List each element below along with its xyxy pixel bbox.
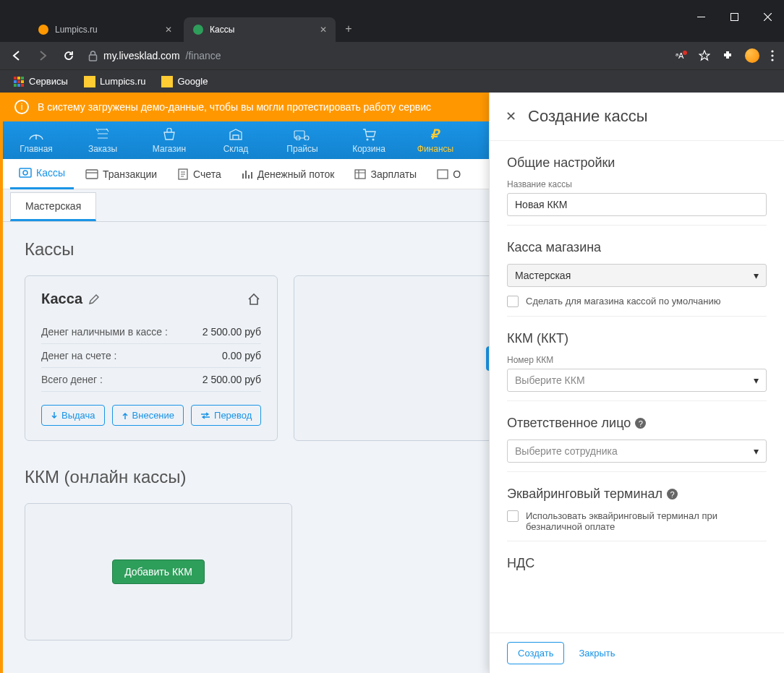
subnav-trans[interactable]: Транзакции <box>77 159 166 189</box>
acquiring-checkbox[interactable] <box>507 510 519 522</box>
account-row: Денег на счете :0.00 руб <box>41 344 261 368</box>
svg-rect-32 <box>438 170 448 179</box>
add-kkm-button[interactable]: Добавить ККМ <box>112 560 205 584</box>
window-controls <box>684 0 784 33</box>
svg-rect-17 <box>17 84 20 87</box>
nav-prices[interactable]: Прайсы <box>269 121 336 159</box>
svg-rect-16 <box>14 84 17 87</box>
bookmark-label: Сервисы <box>29 76 68 87</box>
banner-text: В систему загружены демо-данные, чтобы в… <box>38 101 431 113</box>
back-button[interactable] <box>10 49 23 62</box>
subnav-label: Денежный поток <box>257 168 335 180</box>
svg-point-8 <box>771 54 773 56</box>
panel-title: Создание кассы <box>528 107 648 126</box>
reload-button[interactable] <box>62 49 75 62</box>
bookmarks-bar: Сервисы Lumpics.ru Google <box>0 69 784 93</box>
total-row: Всего денег :2 500.00 руб <box>41 368 261 392</box>
svg-rect-19 <box>84 76 95 87</box>
new-tab-button[interactable]: + <box>338 19 359 39</box>
close-window-button[interactable] <box>751 0 784 33</box>
profile-avatar[interactable] <box>745 48 759 63</box>
svg-point-22 <box>304 136 309 140</box>
row-value: 2 500.00 руб <box>203 326 261 338</box>
tab-title: Кассы <box>210 25 234 35</box>
tab-lumpics[interactable]: Lumpics.ru ✕ <box>29 17 181 42</box>
select-placeholder: Выберите ККМ <box>515 374 585 386</box>
help-icon[interactable]: ? <box>667 489 678 500</box>
create-button[interactable]: Создать <box>507 642 564 664</box>
kkm-select[interactable]: Выберите ККМ▾ <box>507 369 767 392</box>
address-bar: my.livesklad.com/finance ᵃA <box>0 42 784 69</box>
edit-icon[interactable] <box>88 293 100 305</box>
subnav-label: Зарплаты <box>370 168 417 180</box>
shop-select[interactable]: Мастерская▾ <box>507 264 767 287</box>
svg-rect-29 <box>86 170 98 179</box>
bookmark-lumpics[interactable]: Lumpics.ru <box>84 76 146 87</box>
responsible-select[interactable]: Выберите сотрудника▾ <box>507 440 767 463</box>
shop-tab-workshop[interactable]: Мастерская <box>10 192 96 221</box>
tab-title: Lumpics.ru <box>55 25 98 35</box>
group-title: Эквайринговый терминал ? <box>507 486 767 502</box>
nav-label: Склад <box>223 144 249 154</box>
create-kassa-panel: ✕ Создание кассы Общие настройки Названи… <box>489 93 784 673</box>
svg-point-9 <box>771 59 773 61</box>
close-panel-button[interactable]: ✕ <box>506 108 516 124</box>
tab-kassy[interactable]: Кассы ✕ <box>184 17 336 42</box>
extensions-icon[interactable] <box>722 50 733 61</box>
bookmark-google[interactable]: Google <box>161 76 208 87</box>
name-label: Название кассы <box>507 179 767 189</box>
nav-home[interactable]: Главная <box>3 121 69 159</box>
nav-label: Прайсы <box>286 144 318 154</box>
subnav-accounts[interactable]: Счета <box>169 159 230 189</box>
deposit-button[interactable]: Внесение <box>112 405 184 426</box>
url-field[interactable]: my.livesklad.com/finance <box>88 50 662 61</box>
nav-store[interactable]: Магазин <box>136 121 203 159</box>
subnav-label: О <box>453 168 461 180</box>
select-placeholder: Выберите сотрудника <box>515 445 618 457</box>
minimize-button[interactable] <box>684 0 717 33</box>
subnav-other[interactable]: О <box>428 159 469 189</box>
menu-icon[interactable] <box>771 50 774 61</box>
home-icon <box>247 292 261 307</box>
kkm-group: ККМ (ККТ) Номер ККМ Выберите ККМ▾ <box>507 317 767 401</box>
svg-rect-20 <box>161 76 173 87</box>
nav-orders[interactable]: Заказы <box>69 121 136 159</box>
close-link[interactable]: Закрыть <box>579 648 615 659</box>
subnav-cashflow[interactable]: Денежный поток <box>233 159 344 189</box>
nav-cart[interactable]: Корзина <box>336 121 402 159</box>
nds-group: НДС <box>507 541 767 588</box>
bookmark-apps[interactable]: Сервисы <box>13 76 68 87</box>
svg-text:₽: ₽ <box>430 128 441 141</box>
close-icon[interactable]: ✕ <box>165 25 172 35</box>
kkm-label: Номер ККМ <box>507 355 767 365</box>
svg-point-7 <box>771 50 773 52</box>
name-input[interactable] <box>507 193 767 216</box>
svg-rect-18 <box>21 84 24 87</box>
maximize-button[interactable] <box>717 0 751 33</box>
panel-footer: Создать Закрыть <box>490 633 784 673</box>
card-title: Касса <box>41 291 82 307</box>
row-value: 2 500.00 руб <box>203 374 261 385</box>
nav-warehouse[interactable]: Склад <box>203 121 269 159</box>
nav-finance[interactable]: ₽Финансы <box>402 121 469 159</box>
help-icon[interactable]: ? <box>635 418 646 429</box>
close-icon[interactable]: ✕ <box>320 25 327 35</box>
subnav-salary[interactable]: Зарплаты <box>346 159 425 189</box>
bookmark-label: Lumpics.ru <box>100 76 146 87</box>
subnav-label: Кассы <box>36 167 65 179</box>
svg-rect-31 <box>355 170 365 179</box>
svg-point-6 <box>683 51 687 55</box>
translate-icon[interactable]: ᵃA <box>676 50 687 61</box>
info-icon: i <box>14 100 29 114</box>
star-icon[interactable] <box>699 50 710 61</box>
group-title: Касса магазина <box>507 240 767 255</box>
subnav-kassy[interactable]: Кассы <box>10 159 74 189</box>
svg-rect-4 <box>90 55 97 61</box>
svg-rect-11 <box>17 77 20 80</box>
svg-point-28 <box>23 171 27 175</box>
transfer-button[interactable]: Перевод <box>191 405 261 426</box>
panel-body: Общие настройки Название кассы Касса маг… <box>490 141 784 633</box>
btn-label: Внесение <box>132 410 174 421</box>
payout-button[interactable]: Выдача <box>41 405 105 426</box>
default-checkbox[interactable] <box>507 296 519 307</box>
